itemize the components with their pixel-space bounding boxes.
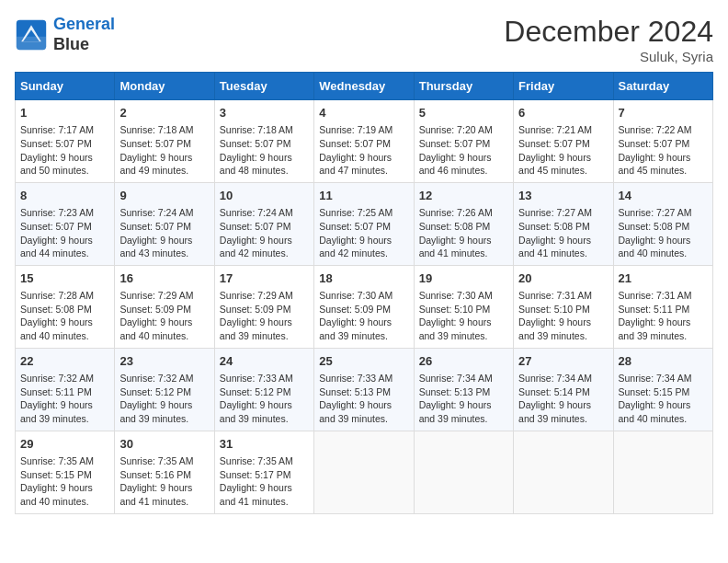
day-content: Sunrise: 7:18 AMSunset: 5:07 PMDaylight:…: [220, 123, 309, 178]
day-number: 14: [619, 188, 708, 204]
day-number: 16: [119, 270, 209, 287]
day-content: Sunrise: 7:32 AMSunset: 5:11 PMDaylight:…: [20, 372, 109, 426]
day-content: Sunrise: 7:34 AMSunset: 5:14 PMDaylight:…: [518, 372, 608, 426]
day-content: Sunrise: 7:29 AMSunset: 5:09 PMDaylight:…: [220, 289, 309, 343]
day-cell: 12Sunrise: 7:26 AMSunset: 5:08 PMDayligh…: [414, 182, 513, 265]
day-cell: 20Sunrise: 7:31 AMSunset: 5:10 PMDayligh…: [514, 265, 613, 348]
logo-text: GeneralBlue: [53, 15, 115, 54]
day-cell: 26Sunrise: 7:34 AMSunset: 5:13 PMDayligh…: [414, 348, 513, 431]
day-number: 12: [419, 188, 508, 204]
day-cell: 19Sunrise: 7:30 AMSunset: 5:10 PMDayligh…: [414, 265, 513, 348]
weekday-sunday: Sunday: [16, 73, 115, 100]
day-content: Sunrise: 7:27 AMSunset: 5:08 PMDaylight:…: [619, 206, 708, 260]
day-content: Sunrise: 7:31 AMSunset: 5:11 PMDaylight:…: [619, 289, 708, 343]
day-number: 21: [619, 270, 708, 287]
day-cell: 13Sunrise: 7:27 AMSunset: 5:08 PMDayligh…: [514, 182, 613, 265]
day-content: Sunrise: 7:35 AMSunset: 5:16 PMDaylight:…: [119, 454, 209, 509]
day-number: 5: [419, 105, 508, 121]
svg-rect-3: [17, 36, 46, 49]
day-number: 10: [220, 188, 309, 204]
day-cell: 27Sunrise: 7:34 AMSunset: 5:14 PMDayligh…: [514, 348, 613, 431]
day-cell: 29Sunrise: 7:35 AMSunset: 5:15 PMDayligh…: [16, 431, 115, 513]
day-content: Sunrise: 7:33 AMSunset: 5:12 PMDaylight:…: [220, 372, 309, 426]
day-number: 4: [319, 105, 408, 121]
day-content: Sunrise: 7:34 AMSunset: 5:15 PMDaylight:…: [619, 372, 708, 426]
day-content: Sunrise: 7:24 AMSunset: 5:07 PMDaylight:…: [119, 206, 209, 260]
day-content: Sunrise: 7:30 AMSunset: 5:09 PMDaylight:…: [319, 289, 408, 343]
logo: GeneralBlue: [15, 15, 115, 54]
day-number: 26: [419, 353, 508, 370]
day-number: 25: [319, 353, 408, 370]
day-content: Sunrise: 7:28 AMSunset: 5:08 PMDaylight:…: [20, 289, 109, 343]
day-content: Sunrise: 7:31 AMSunset: 5:10 PMDaylight:…: [518, 289, 608, 343]
day-cell: 17Sunrise: 7:29 AMSunset: 5:09 PMDayligh…: [214, 265, 313, 348]
day-cell: 31Sunrise: 7:35 AMSunset: 5:17 PMDayligh…: [214, 431, 313, 513]
day-cell: 1Sunrise: 7:17 AMSunset: 5:07 PMDaylight…: [16, 100, 115, 183]
day-cell: [414, 431, 513, 513]
day-cell: 6Sunrise: 7:21 AMSunset: 5:07 PMDaylight…: [514, 100, 613, 183]
day-number: 2: [119, 105, 209, 121]
day-number: 6: [518, 105, 608, 121]
weekday-wednesday: Wednesday: [314, 73, 414, 100]
day-content: Sunrise: 7:20 AMSunset: 5:07 PMDaylight:…: [419, 123, 508, 178]
day-cell: [613, 431, 712, 513]
day-number: 20: [518, 270, 608, 287]
day-cell: 23Sunrise: 7:32 AMSunset: 5:12 PMDayligh…: [115, 348, 214, 431]
day-cell: [314, 431, 414, 513]
day-content: Sunrise: 7:32 AMSunset: 5:12 PMDaylight:…: [119, 372, 209, 426]
day-cell: 22Sunrise: 7:32 AMSunset: 5:11 PMDayligh…: [16, 348, 115, 431]
day-cell: 25Sunrise: 7:33 AMSunset: 5:13 PMDayligh…: [314, 348, 414, 431]
day-content: Sunrise: 7:17 AMSunset: 5:07 PMDaylight:…: [20, 123, 109, 178]
week-row-5: 29Sunrise: 7:35 AMSunset: 5:15 PMDayligh…: [16, 431, 713, 513]
weekday-thursday: Thursday: [414, 73, 513, 100]
weekday-friday: Friday: [514, 73, 613, 100]
day-number: 3: [220, 105, 309, 121]
week-row-4: 22Sunrise: 7:32 AMSunset: 5:11 PMDayligh…: [16, 348, 713, 431]
day-cell: 8Sunrise: 7:23 AMSunset: 5:07 PMDaylight…: [16, 182, 115, 265]
weekday-tuesday: Tuesday: [214, 73, 313, 100]
day-cell: 7Sunrise: 7:22 AMSunset: 5:07 PMDaylight…: [613, 100, 712, 183]
day-content: Sunrise: 7:19 AMSunset: 5:07 PMDaylight:…: [319, 123, 408, 178]
day-content: Sunrise: 7:34 AMSunset: 5:13 PMDaylight:…: [419, 372, 508, 426]
day-number: 27: [518, 353, 608, 370]
day-content: Sunrise: 7:29 AMSunset: 5:09 PMDaylight:…: [119, 289, 209, 343]
day-number: 17: [220, 270, 309, 287]
day-cell: 2Sunrise: 7:18 AMSunset: 5:07 PMDaylight…: [115, 100, 214, 183]
day-number: 8: [20, 188, 109, 204]
day-number: 19: [419, 270, 508, 287]
day-content: Sunrise: 7:25 AMSunset: 5:07 PMDaylight:…: [319, 206, 408, 260]
day-cell: 14Sunrise: 7:27 AMSunset: 5:08 PMDayligh…: [613, 182, 712, 265]
day-content: Sunrise: 7:23 AMSunset: 5:07 PMDaylight:…: [20, 206, 109, 260]
day-content: Sunrise: 7:35 AMSunset: 5:15 PMDaylight:…: [20, 454, 109, 509]
day-number: 30: [119, 436, 209, 453]
location: Suluk, Syria: [504, 49, 713, 64]
day-number: 9: [119, 188, 209, 204]
day-content: Sunrise: 7:30 AMSunset: 5:10 PMDaylight:…: [419, 289, 508, 343]
day-number: 23: [119, 353, 209, 370]
day-cell: 5Sunrise: 7:20 AMSunset: 5:07 PMDaylight…: [414, 100, 513, 183]
day-content: Sunrise: 7:18 AMSunset: 5:07 PMDaylight:…: [119, 123, 209, 178]
day-content: Sunrise: 7:35 AMSunset: 5:17 PMDaylight:…: [220, 454, 309, 509]
weekday-saturday: Saturday: [613, 73, 712, 100]
day-cell: 18Sunrise: 7:30 AMSunset: 5:09 PMDayligh…: [314, 265, 414, 348]
day-cell: 9Sunrise: 7:24 AMSunset: 5:07 PMDaylight…: [115, 182, 214, 265]
week-row-2: 8Sunrise: 7:23 AMSunset: 5:07 PMDaylight…: [16, 182, 713, 265]
week-row-3: 15Sunrise: 7:28 AMSunset: 5:08 PMDayligh…: [16, 265, 713, 348]
day-content: Sunrise: 7:22 AMSunset: 5:07 PMDaylight:…: [619, 123, 708, 178]
logo-icon: [15, 18, 48, 52]
day-number: 24: [220, 353, 309, 370]
day-cell: 15Sunrise: 7:28 AMSunset: 5:08 PMDayligh…: [16, 265, 115, 348]
day-number: 13: [518, 188, 608, 204]
day-cell: 30Sunrise: 7:35 AMSunset: 5:16 PMDayligh…: [115, 431, 214, 513]
day-number: 28: [619, 353, 708, 370]
title-block: December 2024 Suluk, Syria: [504, 15, 713, 64]
day-number: 31: [220, 436, 309, 453]
week-row-1: 1Sunrise: 7:17 AMSunset: 5:07 PMDaylight…: [16, 100, 713, 183]
month-title: December 2024: [504, 15, 713, 49]
day-cell: 16Sunrise: 7:29 AMSunset: 5:09 PMDayligh…: [115, 265, 214, 348]
day-number: 1: [20, 105, 109, 121]
day-number: 22: [20, 353, 109, 370]
day-number: 29: [20, 436, 109, 453]
day-cell: 10Sunrise: 7:24 AMSunset: 5:07 PMDayligh…: [214, 182, 313, 265]
page-header: GeneralBlue December 2024 Suluk, Syria: [15, 15, 713, 64]
